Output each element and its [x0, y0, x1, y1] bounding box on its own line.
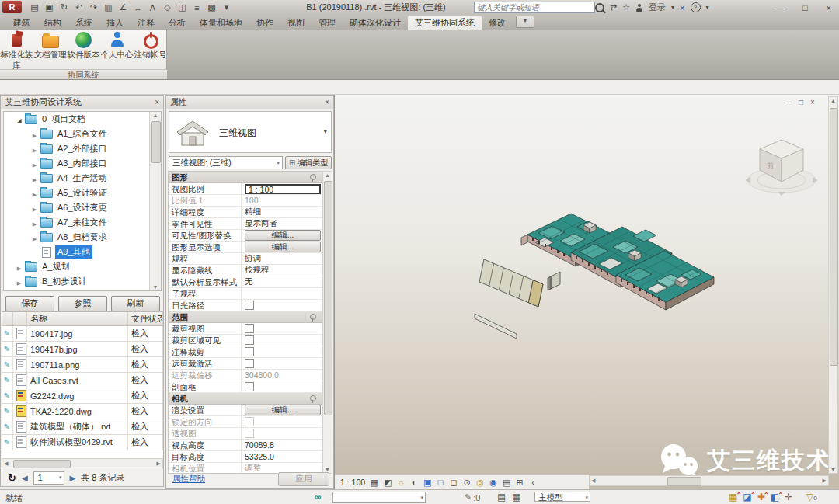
- refresh-list-icon[interactable]: ↻: [8, 472, 16, 484]
- header-name-column[interactable]: 名称: [27, 312, 128, 325]
- type-selector[interactable]: 三维视图 ▾: [169, 111, 332, 153]
- property-row[interactable]: 远剪裁激活: [169, 358, 322, 370]
- tree-scrollbar[interactable]: ▲ ▼: [149, 112, 161, 290]
- property-value[interactable]: 显示两者: [245, 218, 277, 229]
- worksets-dialog-icon[interactable]: ▤: [497, 492, 506, 502]
- select-underlay-toggle[interactable]: ◪: [743, 492, 751, 502]
- property-row[interactable]: 透视图: [169, 428, 322, 440]
- scroll-left-icon[interactable]: ◀: [591, 476, 595, 485]
- property-row[interactable]: 默认分析显示样式 无: [169, 276, 322, 288]
- file-row[interactable]: ✎ 190417.jpg 检入: [2, 326, 163, 342]
- property-row[interactable]: 范围: [169, 311, 322, 323]
- scroll-up-icon[interactable]: ▲: [323, 172, 332, 178]
- property-value-cell[interactable]: [242, 358, 322, 369]
- scroll-down-icon[interactable]: ▼: [829, 467, 837, 472]
- ribbon-tab[interactable]: 管理: [312, 16, 343, 30]
- property-row[interactable]: 详细程度 精细: [169, 207, 322, 218]
- edit-file-icon[interactable]: ✎: [2, 326, 13, 341]
- tree-item[interactable]: B_初步设计: [4, 274, 161, 289]
- property-value[interactable]: 70089.8: [245, 440, 274, 450]
- tree-caret-icon[interactable]: [30, 174, 39, 183]
- property-row[interactable]: 图形: [169, 172, 322, 183]
- property-row[interactable]: 显示隐藏线 按规程: [169, 265, 322, 276]
- edit-file-icon[interactable]: ✎: [2, 373, 13, 388]
- scroll-up-icon[interactable]: ▲: [829, 98, 837, 103]
- tree-caret-icon[interactable]: [15, 262, 23, 272]
- ribbon-tab[interactable]: 建筑: [6, 16, 37, 30]
- property-value[interactable]: 1 : 100: [245, 184, 321, 194]
- tree-item[interactable]: A4_生产活动: [4, 171, 161, 186]
- property-row[interactable]: 规程 协调: [169, 253, 322, 265]
- measure-icon[interactable]: ∠: [117, 2, 130, 12]
- worksharing-icon[interactable]: ∞: [315, 492, 322, 502]
- property-value-cell[interactable]: 53325.0: [242, 451, 322, 462]
- customize-qat-icon[interactable]: ▾: [220, 2, 233, 12]
- document-management-button[interactable]: 文档管理: [34, 30, 67, 71]
- view-hscrollbar[interactable]: ◀ ▶: [589, 475, 829, 486]
- property-value-cell[interactable]: [242, 428, 322, 439]
- crop-view-icon[interactable]: □: [435, 478, 446, 488]
- properties-help-link[interactable]: 属性帮助: [172, 474, 205, 485]
- standard-family-library-button[interactable]: 标准化族库: [1, 30, 33, 71]
- lock-view-icon[interactable]: ⊙: [461, 478, 472, 488]
- property-value-cell[interactable]: [242, 300, 322, 311]
- view-restore-button[interactable]: □: [799, 98, 803, 106]
- undo-icon[interactable]: ↶: [72, 2, 85, 12]
- tree-caret-icon[interactable]: [30, 144, 39, 154]
- property-row[interactable]: 视点高度 70089.8: [169, 440, 322, 451]
- property-value-cell[interactable]: [242, 323, 322, 334]
- view-minimize-button[interactable]: —: [784, 98, 792, 106]
- property-row[interactable]: 远剪裁偏移 304800.0: [169, 370, 322, 381]
- signin-icon[interactable]: [635, 4, 643, 12]
- property-value[interactable]: 53325.0: [245, 452, 274, 461]
- ribbon-tab[interactable]: 艾三维协同系统: [408, 16, 482, 30]
- property-value[interactable]: 编辑...: [245, 242, 321, 252]
- select-links-toggle[interactable]: ▦: [729, 492, 737, 502]
- close-panel-icon[interactable]: ×: [155, 98, 159, 106]
- edit-file-icon[interactable]: ✎: [2, 388, 13, 403]
- rendering-dialog-icon[interactable]: ▣: [422, 478, 433, 488]
- property-row[interactable]: 零件可见性 显示两者: [169, 218, 322, 230]
- edit-type-button[interactable]: ⊞ 编辑类型: [285, 156, 332, 169]
- property-row[interactable]: 日光路径: [169, 300, 322, 311]
- ribbon-tab[interactable]: 插入: [99, 16, 131, 30]
- restore-button[interactable]: □: [802, 3, 808, 12]
- select-pinned-toggle[interactable]: ✚: [757, 492, 765, 502]
- open-icon[interactable]: ▤: [28, 2, 41, 12]
- tree-item[interactable]: A9_其他: [4, 245, 161, 259]
- section-pin-icon[interactable]: [310, 314, 316, 320]
- edit-file-icon[interactable]: ✎: [2, 435, 13, 450]
- tree-item[interactable]: A8_归档要求: [4, 230, 161, 245]
- tree-caret-icon[interactable]: [30, 130, 39, 139]
- property-row[interactable]: 渲染设置 编辑...: [169, 405, 322, 416]
- show-crop-region-icon[interactable]: ◻: [448, 478, 459, 488]
- signin-caret-icon[interactable]: ▾: [671, 4, 674, 11]
- app-logo-icon[interactable]: R: [2, 1, 22, 13]
- select-by-face-toggle[interactable]: ◧: [771, 492, 779, 502]
- file-row[interactable]: ✎ All Cases.rvt 检入: [2, 373, 163, 388]
- property-value[interactable]: 调整: [245, 463, 261, 474]
- property-value-cell[interactable]: 100: [242, 195, 322, 206]
- property-value[interactable]: 协调: [245, 253, 261, 264]
- property-row[interactable]: 目标高度 53325.0: [169, 451, 322, 463]
- property-value[interactable]: 编辑...: [245, 405, 321, 415]
- property-row[interactable]: 可见性/图形替换 编辑...: [169, 230, 322, 242]
- help-icon[interactable]: ?: [691, 2, 701, 12]
- file-row[interactable]: ✎ TKA2-1220.dwg 检入: [2, 404, 163, 419]
- signin-label[interactable]: 登录: [649, 2, 666, 13]
- ribbon-tab[interactable]: 分析: [162, 16, 193, 30]
- tree-caret-icon[interactable]: [30, 233, 39, 242]
- reference-button[interactable]: 参照: [58, 296, 107, 311]
- edit-file-icon[interactable]: ✎: [2, 357, 13, 372]
- property-value-cell[interactable]: [242, 381, 322, 392]
- property-value[interactable]: 编辑...: [245, 230, 321, 241]
- ribbon-tab[interactable]: 视图: [280, 16, 312, 30]
- file-row[interactable]: ✎ 建筑模型（砌体）.rvt 检入: [2, 419, 163, 435]
- property-value[interactable]: 100: [245, 196, 259, 205]
- scrollbar-thumb[interactable]: [667, 477, 701, 486]
- property-value[interactable]: 按规程: [245, 265, 270, 276]
- property-row[interactable]: 注释裁剪: [169, 346, 322, 358]
- logout-account-button[interactable]: 注销帐号: [134, 30, 167, 71]
- tree-item[interactable]: 0_项目文档: [4, 112, 161, 127]
- property-value-cell[interactable]: 1 : 100: [242, 183, 322, 194]
